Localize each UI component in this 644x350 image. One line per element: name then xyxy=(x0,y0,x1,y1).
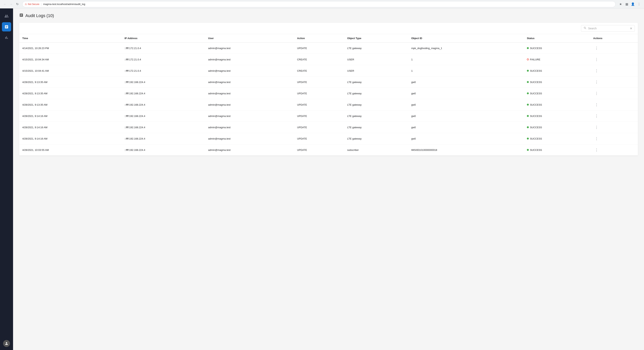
three-dots-icon xyxy=(595,80,598,84)
table-header-row: Time IP Address User Action Object Type … xyxy=(19,34,638,42)
table-card: ✕ Time IP Address User Action Object Typ… xyxy=(19,23,638,156)
row-action-menu-button[interactable] xyxy=(593,147,600,153)
cell-actions xyxy=(590,133,638,144)
cell-action: UPDATE xyxy=(294,110,344,122)
search-icon xyxy=(584,26,586,30)
address-url: magma-test.localhost/admin/audit_log xyxy=(43,3,85,5)
cell-object-id: gw0 xyxy=(408,110,524,122)
cell-user: admin@magma.test xyxy=(205,76,294,88)
status-text: SUCCESS xyxy=(530,92,542,95)
main-content: Audit Logs (10) ✕ Time IP Add xyxy=(13,8,644,350)
bookmark-button[interactable]: ★ xyxy=(618,1,623,7)
three-dots-icon xyxy=(595,125,598,129)
sidebar-item-audit-log[interactable] xyxy=(2,22,11,31)
cell-actions xyxy=(590,110,638,122)
reload-button[interactable]: ↻ xyxy=(14,1,20,7)
cell-time: 4/28/2021, 10:03:55 AM xyxy=(19,144,121,156)
status-dot xyxy=(527,92,529,94)
warning-icon: ⚠ xyxy=(25,3,27,5)
cell-status: SUCCESS xyxy=(524,42,590,54)
sidebar-item-metrics[interactable] xyxy=(2,33,11,42)
cell-status: SUCCESS xyxy=(524,122,590,133)
col-header-object-id: Object ID xyxy=(408,34,524,42)
table-row: 4/28/2021, 9:14:16 AM ::ffff:192.168.224… xyxy=(19,133,638,144)
cell-time: 4/15/2021, 10:04:34 AM xyxy=(19,54,121,65)
extensions-button[interactable]: ▦ xyxy=(624,1,630,7)
not-secure-indicator: ⚠ Not Secure xyxy=(25,3,39,5)
row-action-menu-button[interactable] xyxy=(593,57,600,62)
cell-time: 4/15/2021, 10:04:41 AM xyxy=(19,65,121,76)
table-toolbar: ✕ xyxy=(19,23,638,34)
cell-user: admin@magma.test xyxy=(205,88,294,99)
sidebar-item-users[interactable] xyxy=(2,11,11,21)
cell-object-type: LTE gateway xyxy=(344,122,408,133)
cell-ip: ::ffff:192.168.224.4 xyxy=(121,88,205,99)
cell-user: admin@magma.test xyxy=(205,65,294,76)
cell-user: admin@magma.test xyxy=(205,54,294,65)
cell-ip: ::ffff:172.21.0.4 xyxy=(121,65,205,76)
sidebar xyxy=(0,8,13,350)
cell-object-id: IMSI001010000000018 xyxy=(408,144,524,156)
status-dot xyxy=(527,126,529,128)
row-action-menu-button[interactable] xyxy=(593,79,600,85)
cell-object-type: LTE gateway xyxy=(344,42,408,54)
status-dot xyxy=(527,47,529,49)
forward-button[interactable]: → xyxy=(8,1,14,7)
app-container: Audit Logs (10) ✕ Time IP Add xyxy=(0,8,644,350)
row-action-menu-button[interactable] xyxy=(593,113,600,119)
table-row: 4/14/2021, 10:26:23 PM ::ffff:172.21.0.4… xyxy=(19,42,638,54)
menu-button[interactable]: ⋮ xyxy=(636,1,642,7)
row-action-menu-button[interactable] xyxy=(593,124,600,130)
cell-object-id: gw0 xyxy=(408,133,524,144)
cell-object-type: USER xyxy=(344,54,408,65)
cell-time: 4/28/2021, 9:14:16 AM xyxy=(19,133,121,144)
row-action-menu-button[interactable] xyxy=(593,136,600,142)
page-header: Audit Logs (10) xyxy=(19,13,638,18)
search-input[interactable] xyxy=(588,27,628,30)
cell-object-type: USER xyxy=(344,65,408,76)
cell-object-id: gw0 xyxy=(408,88,524,99)
cell-user: admin@magma.test xyxy=(205,42,294,54)
three-dots-icon xyxy=(595,137,598,141)
cell-status: SUCCESS xyxy=(524,65,590,76)
cell-object-type: LTE gateway xyxy=(344,88,408,99)
back-button[interactable]: ← xyxy=(2,1,8,7)
cell-actions xyxy=(590,76,638,88)
table-row: 4/28/2021, 10:03:55 AM ::ffff:192.168.22… xyxy=(19,144,638,156)
cell-time: 4/28/2021, 9:14:16 AM xyxy=(19,122,121,133)
cell-ip: ::ffff:172.21.0.4 xyxy=(121,42,205,54)
cell-status: SUCCESS xyxy=(524,144,590,156)
not-secure-label: Not Secure xyxy=(28,3,39,5)
cell-action: CREATE xyxy=(294,54,344,65)
cell-user: admin@magma.test xyxy=(205,144,294,156)
table-row: 4/15/2021, 10:04:34 AM ::ffff:172.21.0.4… xyxy=(19,54,638,65)
status-dot xyxy=(527,81,529,83)
status-text: SUCCESS xyxy=(530,115,542,118)
cell-time: 4/28/2021, 9:13:35 AM xyxy=(19,76,121,88)
cell-ip: ::ffff:192.168.224.4 xyxy=(121,76,205,88)
cell-user: admin@magma.test xyxy=(205,99,294,110)
address-bar: ⚠ Not Secure | magma-test.localhost/admi… xyxy=(22,1,616,7)
browser-chrome: ← → ↻ ⚠ Not Secure | magma-test.localhos… xyxy=(0,0,644,8)
row-action-menu-button[interactable] xyxy=(593,45,600,51)
row-action-menu-button[interactable] xyxy=(593,102,600,108)
three-dots-icon xyxy=(595,103,598,107)
row-action-menu-button[interactable] xyxy=(593,90,600,96)
row-action-menu-button[interactable] xyxy=(593,68,600,74)
three-dots-icon xyxy=(595,114,598,118)
cell-object-id: 1 xyxy=(408,54,524,65)
cell-ip: ::ffff:192.168.224.4 xyxy=(121,99,205,110)
cell-status: SUCCESS xyxy=(524,133,590,144)
cell-ip: ::ffff:192.168.224.4 xyxy=(121,122,205,133)
cell-user: admin@magma.test xyxy=(205,133,294,144)
browser-actions: ★ ▦ 👤 ⋮ xyxy=(618,1,642,7)
col-header-user: User xyxy=(205,34,294,42)
page-title: Audit Logs (10) xyxy=(25,13,54,18)
cell-ip: ::ffff:192.168.224.4 xyxy=(121,133,205,144)
cell-time: 4/28/2021, 9:13:35 AM xyxy=(19,88,121,99)
search-clear-button[interactable]: ✕ xyxy=(630,27,632,30)
cell-ip: ::ffff:192.168.224.4 xyxy=(121,110,205,122)
profile-button[interactable]: 👤 xyxy=(630,1,636,7)
user-avatar[interactable] xyxy=(3,340,10,347)
table-row: 4/28/2021, 9:13:35 AM ::ffff:192.168.224… xyxy=(19,76,638,88)
